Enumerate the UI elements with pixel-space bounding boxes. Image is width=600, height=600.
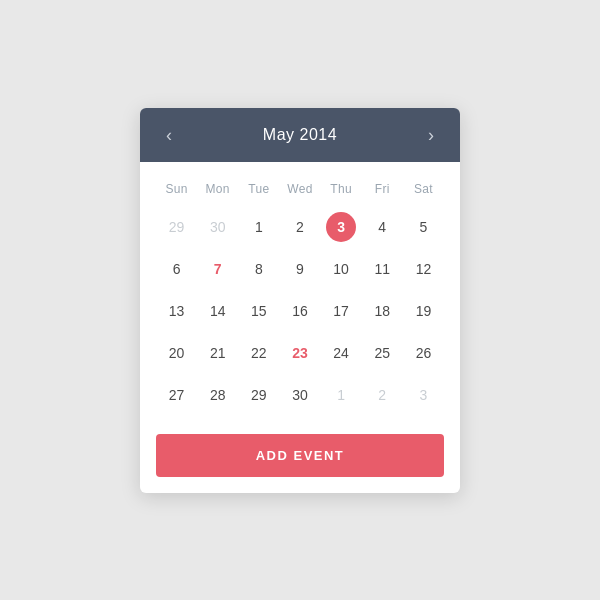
weekday-header-tue: Tue bbox=[238, 176, 279, 206]
weekday-header-fri: Fri bbox=[362, 176, 403, 206]
calendar-day[interactable]: 23 bbox=[279, 332, 320, 374]
calendar-day[interactable]: 14 bbox=[197, 290, 238, 332]
calendar-day[interactable]: 12 bbox=[403, 248, 444, 290]
day-number: 29 bbox=[244, 380, 274, 410]
day-number: 2 bbox=[367, 380, 397, 410]
calendar-day[interactable]: 20 bbox=[156, 332, 197, 374]
calendar-day[interactable]: 25 bbox=[362, 332, 403, 374]
calendar-day[interactable]: 16 bbox=[279, 290, 320, 332]
calendar-body: SunMonTueWedThuFriSat 293012345678910111… bbox=[140, 162, 460, 426]
calendar-day[interactable]: 27 bbox=[156, 374, 197, 416]
day-number: 1 bbox=[244, 212, 274, 242]
day-number: 5 bbox=[408, 212, 438, 242]
calendar-week-row: 20212223242526 bbox=[156, 332, 444, 374]
day-number: 25 bbox=[367, 338, 397, 368]
day-number: 27 bbox=[162, 380, 192, 410]
day-number: 14 bbox=[203, 296, 233, 326]
weekday-header-sat: Sat bbox=[403, 176, 444, 206]
day-number: 23 bbox=[285, 338, 315, 368]
weekday-header-sun: Sun bbox=[156, 176, 197, 206]
add-event-button[interactable]: ADD EVENT bbox=[156, 434, 444, 477]
calendar-day[interactable]: 2 bbox=[279, 206, 320, 248]
calendar-day[interactable]: 5 bbox=[403, 206, 444, 248]
weekday-header-mon: Mon bbox=[197, 176, 238, 206]
day-number: 9 bbox=[285, 254, 315, 284]
day-number: 1 bbox=[326, 380, 356, 410]
calendar-day[interactable]: 30 bbox=[197, 206, 238, 248]
calendar-day[interactable]: 4 bbox=[362, 206, 403, 248]
calendar-day[interactable]: 19 bbox=[403, 290, 444, 332]
calendar-week-row: 6789101112 bbox=[156, 248, 444, 290]
calendar-day[interactable]: 7 bbox=[197, 248, 238, 290]
month-year-label: May 2014 bbox=[263, 126, 337, 144]
calendar-day[interactable]: 9 bbox=[279, 248, 320, 290]
calendar-grid: SunMonTueWedThuFriSat 293012345678910111… bbox=[156, 176, 444, 416]
calendar-weeks: 2930123456789101112131415161718192021222… bbox=[156, 206, 444, 416]
calendar-day[interactable]: 29 bbox=[156, 206, 197, 248]
day-number: 18 bbox=[367, 296, 397, 326]
day-number: 22 bbox=[244, 338, 274, 368]
day-number: 19 bbox=[408, 296, 438, 326]
calendar-day[interactable]: 28 bbox=[197, 374, 238, 416]
calendar-day[interactable]: 11 bbox=[362, 248, 403, 290]
calendar-day[interactable]: 1 bbox=[238, 206, 279, 248]
day-number: 3 bbox=[326, 212, 356, 242]
calendar-day[interactable]: 26 bbox=[403, 332, 444, 374]
day-number: 16 bbox=[285, 296, 315, 326]
calendar-header: ‹ May 2014 › bbox=[140, 108, 460, 162]
calendar-day[interactable]: 13 bbox=[156, 290, 197, 332]
calendar-day[interactable]: 21 bbox=[197, 332, 238, 374]
day-number: 28 bbox=[203, 380, 233, 410]
calendar-day[interactable]: 6 bbox=[156, 248, 197, 290]
calendar-week-row: 27282930123 bbox=[156, 374, 444, 416]
calendar-week-row: 13141516171819 bbox=[156, 290, 444, 332]
weekday-header-row: SunMonTueWedThuFriSat bbox=[156, 176, 444, 206]
day-number: 10 bbox=[326, 254, 356, 284]
calendar-day[interactable]: 3 bbox=[321, 206, 362, 248]
calendar-day[interactable]: 29 bbox=[238, 374, 279, 416]
day-number: 26 bbox=[408, 338, 438, 368]
day-number: 11 bbox=[367, 254, 397, 284]
weekday-header-wed: Wed bbox=[279, 176, 320, 206]
calendar-day[interactable]: 30 bbox=[279, 374, 320, 416]
calendar-day[interactable]: 24 bbox=[321, 332, 362, 374]
calendar-day[interactable]: 1 bbox=[321, 374, 362, 416]
day-number: 7 bbox=[203, 254, 233, 284]
day-number: 21 bbox=[203, 338, 233, 368]
day-number: 24 bbox=[326, 338, 356, 368]
calendar-day[interactable]: 15 bbox=[238, 290, 279, 332]
calendar-day[interactable]: 8 bbox=[238, 248, 279, 290]
day-number: 12 bbox=[408, 254, 438, 284]
day-number: 13 bbox=[162, 296, 192, 326]
day-number: 3 bbox=[408, 380, 438, 410]
calendar-day[interactable]: 2 bbox=[362, 374, 403, 416]
calendar-week-row: 293012345 bbox=[156, 206, 444, 248]
day-number: 17 bbox=[326, 296, 356, 326]
day-number: 4 bbox=[367, 212, 397, 242]
calendar-day[interactable]: 18 bbox=[362, 290, 403, 332]
calendar-day[interactable]: 17 bbox=[321, 290, 362, 332]
calendar-day[interactable]: 3 bbox=[403, 374, 444, 416]
prev-month-button[interactable]: ‹ bbox=[162, 126, 176, 144]
day-number: 20 bbox=[162, 338, 192, 368]
day-number: 29 bbox=[162, 212, 192, 242]
calendar-widget: ‹ May 2014 › SunMonTueWedThuFriSat 29301… bbox=[140, 108, 460, 493]
day-number: 30 bbox=[285, 380, 315, 410]
calendar-day[interactable]: 10 bbox=[321, 248, 362, 290]
day-number: 2 bbox=[285, 212, 315, 242]
day-number: 8 bbox=[244, 254, 274, 284]
day-number: 6 bbox=[162, 254, 192, 284]
next-month-button[interactable]: › bbox=[424, 126, 438, 144]
calendar-day[interactable]: 22 bbox=[238, 332, 279, 374]
weekday-header-thu: Thu bbox=[321, 176, 362, 206]
day-number: 15 bbox=[244, 296, 274, 326]
day-number: 30 bbox=[203, 212, 233, 242]
